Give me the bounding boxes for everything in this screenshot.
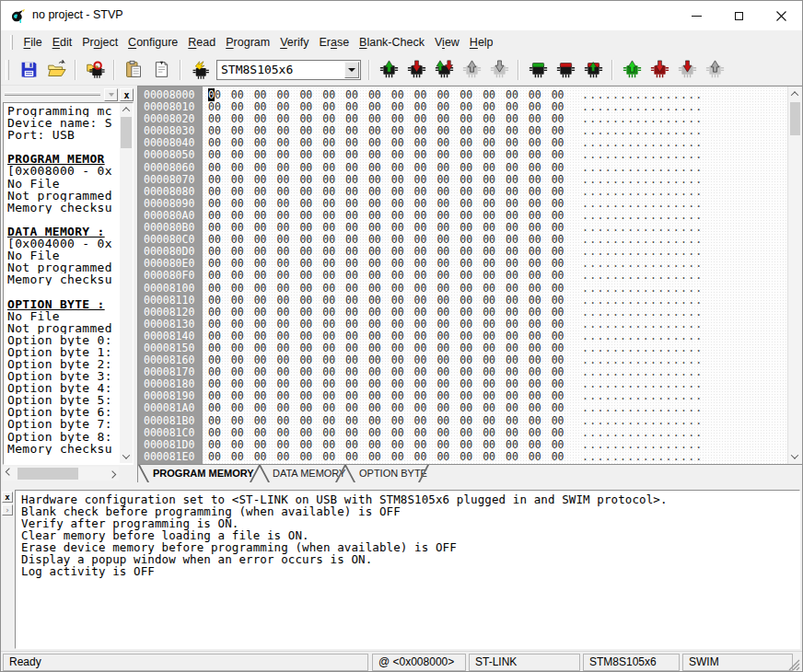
hex-byte[interactable]: 00	[208, 283, 231, 295]
scroll-thumb[interactable]	[790, 102, 800, 135]
hex-byte[interactable]: 00	[391, 149, 414, 161]
hex-byte[interactable]: 00	[529, 402, 552, 414]
hex-byte[interactable]: 00	[345, 415, 368, 427]
hex-byte[interactable]: 00	[345, 427, 368, 439]
hex-byte[interactable]: 00	[529, 186, 552, 198]
hex-byte[interactable]: 00	[483, 415, 506, 427]
menu-item-file[interactable]: File	[18, 33, 47, 52]
hex-byte[interactable]: 00	[277, 427, 300, 439]
hex-byte[interactable]: 00	[529, 330, 552, 342]
menu-item-program[interactable]: Program	[221, 33, 275, 52]
hex-byte[interactable]: 00	[254, 402, 277, 414]
hex-byte[interactable]: 00	[299, 270, 322, 282]
menu-item-blank-check[interactable]: Blank-Check	[355, 33, 430, 52]
hex-byte[interactable]: 00	[460, 174, 483, 186]
scroll-down-button[interactable]	[788, 450, 801, 463]
menu-item-edit[interactable]: Edit	[47, 33, 77, 52]
hex-byte[interactable]: 00	[231, 198, 254, 210]
hex-byte[interactable]: 00	[436, 198, 460, 210]
menu-item-verify[interactable]: Verify	[275, 33, 314, 52]
hex-cursor[interactable]: 0	[208, 88, 215, 101]
hex-byte[interactable]: 00	[277, 439, 300, 451]
hex-byte[interactable]: 00	[529, 283, 552, 295]
hex-byte[interactable]: 00	[208, 149, 231, 161]
hex-byte[interactable]: 00	[552, 283, 575, 295]
paste-icon[interactable]	[122, 58, 145, 81]
hex-byte[interactable]: 00	[483, 319, 506, 330]
hex-byte[interactable]: 00	[231, 283, 254, 295]
verify-current-tab-icon[interactable]	[433, 58, 456, 81]
hex-byte[interactable]: 00	[552, 198, 575, 210]
hex-byte[interactable]: 00	[460, 427, 483, 439]
hex-byte[interactable]: 00	[460, 415, 483, 427]
tab-data-memory[interactable]: DATA MEMORY	[273, 468, 345, 479]
hex-byte[interactable]: 00	[552, 162, 575, 174]
hex-byte[interactable]: 00	[460, 319, 483, 330]
hex-byte[interactable]: 00	[552, 439, 575, 451]
hex-byte[interactable]: 00	[277, 295, 300, 307]
hex-byte[interactable]: 00	[483, 174, 506, 186]
hex-byte[interactable]: 00	[299, 427, 322, 439]
hex-byte[interactable]: 00	[299, 451, 322, 463]
hex-byte[interactable]: 00	[208, 186, 231, 198]
hex-byte[interactable]: 00	[208, 162, 231, 174]
hex-byte[interactable]: 00	[254, 198, 277, 210]
hex-byte[interactable]: 00	[460, 295, 483, 307]
hex-byte[interactable]: 00	[254, 295, 277, 307]
menu-item-configure[interactable]: Configure	[123, 33, 183, 52]
hex-byte[interactable]: 00	[231, 270, 254, 282]
hex-byte[interactable]: 00	[277, 149, 300, 161]
hex-byte[interactable]: 00	[483, 330, 506, 342]
hex-byte[interactable]: 00	[231, 186, 254, 198]
hex-byte[interactable]: 00	[506, 295, 529, 307]
hex-byte[interactable]: 00	[529, 427, 552, 439]
hex-byte[interactable]: 00	[368, 186, 391, 198]
hex-byte[interactable]: 00	[483, 451, 506, 463]
hex-byte[interactable]: 00	[483, 295, 506, 307]
hex-byte[interactable]: 00	[391, 162, 414, 174]
hex-byte[interactable]: 00	[483, 402, 506, 414]
hex-byte[interactable]: 00	[552, 295, 575, 307]
hex-byte[interactable]: 00	[322, 427, 345, 439]
device-combo[interactable]: STM8S105x6	[216, 60, 361, 80]
hex-byte[interactable]: 00	[460, 270, 483, 282]
read-device-icon[interactable]	[621, 58, 644, 81]
fill-device-icon[interactable]	[189, 58, 212, 81]
hex-byte[interactable]: 00	[254, 307, 277, 319]
hex-byte[interactable]: 00	[391, 283, 414, 295]
hex-byte[interactable]: 00	[506, 319, 529, 330]
hex-byte[interactable]: 00	[483, 270, 506, 282]
hex-byte[interactable]: 00	[460, 186, 483, 198]
hex-byte[interactable]: 00	[506, 198, 529, 210]
hex-byte[interactable]: 00	[506, 174, 529, 186]
hex-byte[interactable]: 00	[254, 415, 277, 427]
hex-byte[interactable]: 00	[414, 270, 437, 282]
hex-byte[interactable]: 00	[299, 174, 322, 186]
hex-byte[interactable]: 00	[208, 451, 231, 463]
hex-byte[interactable]: 00	[254, 427, 277, 439]
hex-byte[interactable]: 00	[460, 198, 483, 210]
hex-byte[interactable]: 00	[254, 149, 277, 161]
hex-byte[interactable]: 00	[322, 283, 345, 295]
hex-byte[interactable]: 00	[299, 198, 322, 210]
hex-byte[interactable]: 00	[368, 149, 391, 161]
hex-byte[interactable]: 00	[231, 307, 254, 319]
hex-byte[interactable]: 00	[345, 330, 368, 342]
program-device-icon[interactable]	[648, 58, 671, 81]
hex-byte[interactable]: 00	[254, 186, 277, 198]
hex-byte[interactable]: 00	[460, 149, 483, 161]
hex-byte[interactable]: 00	[231, 415, 254, 427]
hex-byte[interactable]: 00	[414, 174, 437, 186]
hex-byte[interactable]: 00	[231, 174, 254, 186]
toolbar-grip[interactable]	[6, 60, 9, 80]
hex-byte[interactable]: 00	[414, 427, 437, 439]
log-messages[interactable]: Hardware configuration set to <ST-LINK o…	[15, 490, 800, 649]
hex-byte[interactable]: 00	[552, 149, 575, 161]
hex-byte[interactable]: 00	[483, 427, 506, 439]
hex-byte[interactable]: 00	[436, 402, 460, 414]
hex-byte[interactable]: 00	[231, 295, 254, 307]
hex-byte[interactable]: 00	[231, 427, 254, 439]
hex-byte[interactable]: 00	[483, 162, 506, 174]
hex-byte[interactable]: 00	[345, 451, 368, 463]
scroll-thumb[interactable]	[121, 117, 132, 148]
